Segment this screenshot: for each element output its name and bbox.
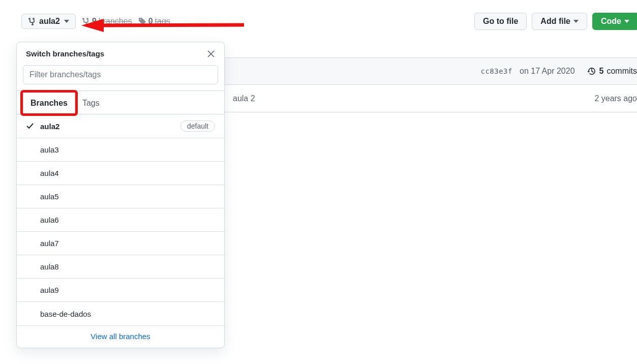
branch-name: aula7 <box>40 239 215 248</box>
add-file-label: Add file <box>540 17 570 26</box>
branch-name: base-de-dados <box>40 310 215 318</box>
branch-item[interactable]: aula7 <box>17 232 224 255</box>
close-icon[interactable] <box>207 50 215 58</box>
default-branch-badge: default <box>180 120 215 132</box>
filter-wrap <box>17 65 224 91</box>
toolbar-right-group: Go to file Add file Code <box>474 13 637 30</box>
branches-count-link[interactable]: 9 branches <box>82 17 132 26</box>
view-all-wrap: View all branches <box>17 325 224 348</box>
branch-current-name: aula2 <box>39 17 60 26</box>
repo-toolbar: aula2 9 branches 0 tags Go to file Add f… <box>0 0 637 30</box>
go-to-file-button[interactable]: Go to file <box>474 13 527 30</box>
commits-label: commits <box>606 67 637 76</box>
branch-name: aula9 <box>40 286 215 294</box>
branches-count: 9 <box>92 17 97 26</box>
branch-item[interactable]: aula3 <box>17 138 224 162</box>
commit-sha[interactable]: cc83e3f <box>480 67 512 75</box>
code-button[interactable]: Code <box>592 13 637 30</box>
tag-icon <box>138 17 146 25</box>
commit-message: aula 2 <box>233 94 255 103</box>
commits-count: 5 <box>599 67 604 76</box>
branch-item[interactable]: base-de-dados <box>17 302 224 325</box>
branch-name: aula6 <box>40 216 215 224</box>
branches-label: branches <box>99 17 132 26</box>
branch-select-button[interactable]: aula2 <box>21 14 76 29</box>
tags-label: tags <box>155 17 170 26</box>
branch-name: aula5 <box>40 192 215 201</box>
file-age: 2 years ago <box>594 94 637 103</box>
code-label: Code <box>601 17 621 26</box>
dropdown-header: Switch branches/tags <box>17 42 224 65</box>
tab-branches[interactable]: Branches <box>23 91 75 114</box>
branch-list: aula2defaultaula3aula4aula5aula6aula7aul… <box>17 114 224 325</box>
branch-item[interactable]: aula4 <box>17 162 224 185</box>
caret-down-icon <box>624 20 629 23</box>
view-all-branches-link[interactable]: View all branches <box>90 332 150 341</box>
check-icon <box>26 122 40 130</box>
add-file-button[interactable]: Add file <box>532 13 587 30</box>
branch-name: aula8 <box>40 262 215 271</box>
history-icon <box>587 67 596 76</box>
branch-icon <box>82 17 90 25</box>
branch-item[interactable]: aula6 <box>17 208 224 232</box>
branch-item[interactable]: aula9 <box>17 279 224 302</box>
branch-item[interactable]: aula5 <box>17 185 224 208</box>
commits-history-link[interactable]: 5 commits <box>587 67 637 76</box>
caret-down-icon <box>64 20 69 23</box>
branch-item[interactable]: aula2default <box>17 114 224 138</box>
branch-name: aula3 <box>40 145 215 154</box>
filter-input[interactable] <box>23 65 218 84</box>
commit-date: on 17 Apr 2020 <box>520 67 575 76</box>
caret-down-icon <box>573 20 579 23</box>
dropdown-title: Switch branches/tags <box>26 49 104 58</box>
branch-icon <box>28 17 36 25</box>
branch-name: aula4 <box>40 169 215 177</box>
dropdown-tabs: Branches Tags <box>17 91 224 114</box>
tags-count: 0 <box>148 17 153 26</box>
branch-name: aula2 <box>40 122 180 131</box>
tags-count-link[interactable]: 0 tags <box>138 17 170 26</box>
branch-item[interactable]: aula8 <box>17 255 224 279</box>
branch-dropdown: Switch branches/tags Branches Tags aula2… <box>16 42 225 348</box>
tab-tags[interactable]: Tags <box>75 92 107 114</box>
